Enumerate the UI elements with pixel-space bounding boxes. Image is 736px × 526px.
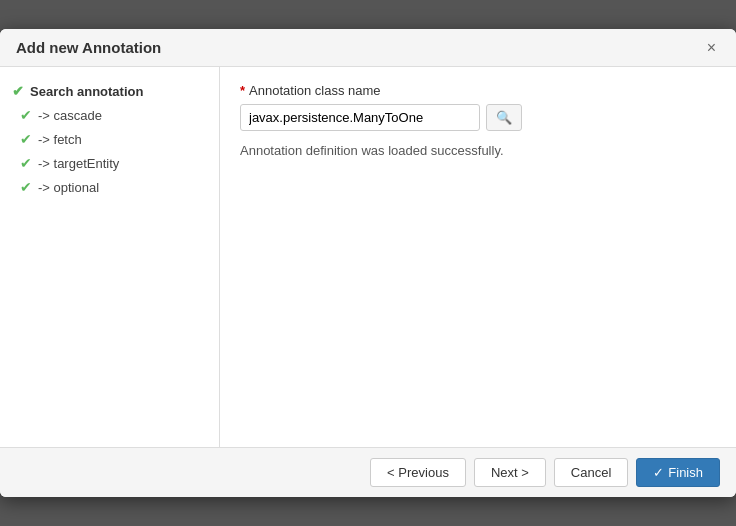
annotation-class-label: Annotation class name [249,83,381,98]
sidebar-label-optional: -> optional [38,180,99,195]
sidebar-label-targetentity: -> targetEntity [38,156,119,171]
field-label-row: * Annotation class name [240,83,716,98]
finish-label: Finish [668,465,703,480]
input-row: 🔍 [240,104,716,131]
close-button[interactable]: × [703,40,720,56]
search-icon: 🔍 [496,110,512,125]
sidebar-item-fetch: ✔ -> fetch [12,131,207,147]
annotation-class-input[interactable] [240,104,480,131]
dialog-footer: < Previous Next > Cancel ✓Finish [0,447,736,497]
sidebar-heading-label: Search annotation [30,84,143,99]
cancel-button[interactable]: Cancel [554,458,628,487]
check-icon-targetentity: ✔ [20,155,32,171]
check-icon-optional: ✔ [20,179,32,195]
sidebar: ✔ Search annotation ✔ -> cascade ✔ -> fe… [0,67,220,447]
finish-button[interactable]: ✓Finish [636,458,720,487]
check-icon-fetch: ✔ [20,131,32,147]
next-button[interactable]: Next > [474,458,546,487]
main-content: * Annotation class name 🔍 Annotation def… [220,67,736,447]
dialog-body: ✔ Search annotation ✔ -> cascade ✔ -> fe… [0,67,736,447]
success-message: Annotation definition was loaded success… [240,143,716,158]
dialog-title: Add new Annotation [16,39,161,56]
check-icon-heading: ✔ [12,83,24,99]
sidebar-label-fetch: -> fetch [38,132,82,147]
sidebar-item-cascade: ✔ -> cascade [12,107,207,123]
dialog-header: Add new Annotation × [0,29,736,67]
sidebar-item-targetentity: ✔ -> targetEntity [12,155,207,171]
search-button[interactable]: 🔍 [486,104,522,131]
sidebar-item-optional: ✔ -> optional [12,179,207,195]
previous-button[interactable]: < Previous [370,458,466,487]
add-annotation-dialog: Add new Annotation × ✔ Search annotation… [0,29,736,497]
sidebar-heading: ✔ Search annotation [12,83,207,99]
finish-check-icon: ✓ [653,465,664,480]
check-icon-cascade: ✔ [20,107,32,123]
required-star: * [240,83,245,98]
sidebar-label-cascade: -> cascade [38,108,102,123]
